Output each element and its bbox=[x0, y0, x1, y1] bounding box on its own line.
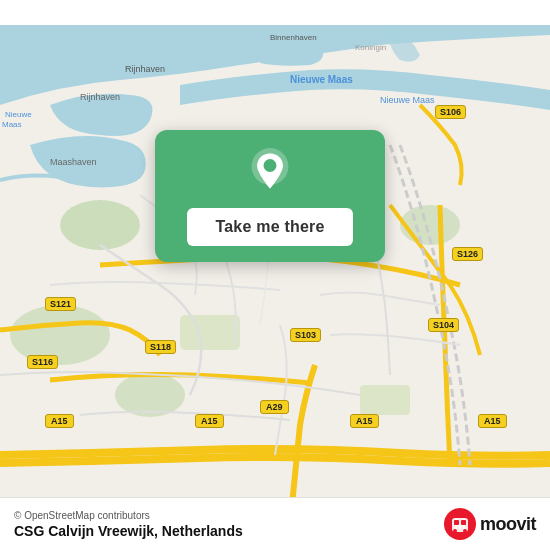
road-label-s126: S126 bbox=[452, 247, 483, 261]
svg-text:Maas: Maas bbox=[2, 120, 22, 129]
location-pin-icon bbox=[246, 148, 294, 196]
road-label-s104: S104 bbox=[428, 318, 459, 332]
svg-rect-24 bbox=[461, 520, 466, 525]
take-me-there-button[interactable]: Take me there bbox=[187, 208, 352, 246]
location-name: CSG Calvijn Vreewijk, Netherlands bbox=[14, 523, 243, 539]
svg-text:Koningin: Koningin bbox=[355, 43, 386, 52]
svg-text:Rijnhaven: Rijnhaven bbox=[80, 92, 120, 102]
svg-text:Binnenhaven: Binnenhaven bbox=[270, 33, 317, 42]
svg-text:Nieuwe: Nieuwe bbox=[5, 110, 32, 119]
map-container: Rijnhaven Maashaven Nieuwe Maas Nieuwe M… bbox=[0, 0, 550, 550]
road-label-s116: S116 bbox=[27, 355, 58, 369]
svg-text:Rijnhaven: Rijnhaven bbox=[125, 64, 165, 74]
road-label-a15a: A15 bbox=[45, 414, 74, 428]
svg-text:Nieuwe Maas: Nieuwe Maas bbox=[290, 74, 353, 85]
moovit-brand-text: moovit bbox=[480, 514, 536, 535]
bottom-bar: © OpenStreetMap contributors CSG Calvijn… bbox=[0, 497, 550, 550]
road-label-a15c: A15 bbox=[350, 414, 379, 428]
svg-point-25 bbox=[453, 529, 457, 533]
svg-text:Maashaven: Maashaven bbox=[50, 157, 97, 167]
road-label-s118: S118 bbox=[145, 340, 176, 354]
popup-card: Take me there bbox=[155, 130, 385, 262]
svg-rect-5 bbox=[360, 385, 410, 415]
svg-point-2 bbox=[10, 305, 110, 365]
road-label-s121: S121 bbox=[45, 297, 76, 311]
svg-rect-3 bbox=[180, 315, 240, 350]
bottom-left: © OpenStreetMap contributors CSG Calvijn… bbox=[14, 510, 243, 539]
road-label-a15b: A15 bbox=[195, 414, 224, 428]
road-label-a29: A29 bbox=[260, 400, 289, 414]
attribution: © OpenStreetMap contributors bbox=[14, 510, 243, 521]
map-svg: Rijnhaven Maashaven Nieuwe Maas Nieuwe M… bbox=[0, 0, 550, 550]
svg-rect-23 bbox=[454, 520, 459, 525]
svg-point-1 bbox=[60, 200, 140, 250]
moovit-icon: M bbox=[444, 508, 476, 540]
road-label-a15d: A15 bbox=[478, 414, 507, 428]
road-label-s106: S106 bbox=[435, 105, 466, 119]
svg-point-26 bbox=[463, 529, 467, 533]
moovit-logo: M moovit bbox=[444, 508, 536, 540]
svg-point-6 bbox=[115, 373, 185, 417]
svg-text:Nieuwe Maas: Nieuwe Maas bbox=[380, 95, 435, 105]
road-label-s103b: S103 bbox=[290, 328, 321, 342]
svg-point-19 bbox=[264, 159, 277, 172]
